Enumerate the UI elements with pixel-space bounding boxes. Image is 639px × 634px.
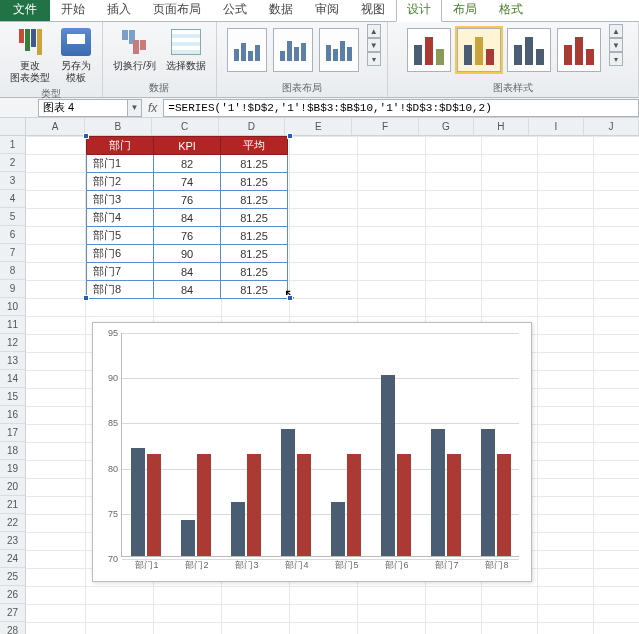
row-header[interactable]: 15 [0, 388, 25, 406]
tab-file[interactable]: 文件 [0, 0, 50, 21]
select-data-button[interactable]: 选择数据 [162, 24, 210, 74]
row-header[interactable]: 2 [0, 154, 25, 172]
layout-option-3[interactable] [319, 28, 359, 72]
style-down-button[interactable]: ▼ [609, 38, 623, 52]
cells[interactable]: 部门KPI平均部门18281.25部门27481.25部门37681.25部门4… [26, 136, 639, 634]
table-cell[interactable]: 74 [154, 173, 221, 191]
row-header[interactable]: 20 [0, 478, 25, 496]
row-header[interactable]: 5 [0, 208, 25, 226]
table-cell[interactable]: 部门6 [87, 245, 154, 263]
row-header[interactable]: 4 [0, 190, 25, 208]
row-header[interactable]: 1 [0, 136, 25, 154]
row-header[interactable]: 19 [0, 460, 25, 478]
bar[interactable] [281, 429, 295, 556]
col-header[interactable]: C [152, 118, 219, 135]
table-cell[interactable]: 81.25 [221, 245, 288, 263]
tab-格式[interactable]: 格式 [488, 0, 534, 21]
tab-开始[interactable]: 开始 [50, 0, 96, 21]
row-header[interactable]: 9 [0, 280, 25, 298]
name-box[interactable] [38, 99, 128, 117]
col-header[interactable]: A [26, 118, 85, 135]
bar[interactable] [181, 520, 195, 556]
col-header[interactable]: H [474, 118, 529, 135]
bar[interactable] [131, 448, 145, 556]
row-header[interactable]: 6 [0, 226, 25, 244]
bar[interactable] [297, 454, 311, 556]
style-more-button[interactable]: ▾ [609, 52, 623, 66]
row-header[interactable]: 18 [0, 442, 25, 460]
table-cell[interactable]: 76 [154, 191, 221, 209]
col-header[interactable]: D [219, 118, 286, 135]
tab-视图[interactable]: 视图 [350, 0, 396, 21]
tab-公式[interactable]: 公式 [212, 0, 258, 21]
style-gallery[interactable] [403, 24, 605, 76]
row-header[interactable]: 23 [0, 532, 25, 550]
bar[interactable] [147, 454, 161, 556]
selection-handle[interactable] [83, 133, 89, 139]
selection-handle[interactable] [287, 133, 293, 139]
row-header[interactable]: 14 [0, 370, 25, 388]
row-header[interactable]: 24 [0, 550, 25, 568]
table-cell[interactable]: 81.25 [221, 155, 288, 173]
style-option-1[interactable] [407, 28, 451, 72]
table-cell[interactable]: 90 [154, 245, 221, 263]
table-cell[interactable]: 84 [154, 209, 221, 227]
row-header[interactable]: 25 [0, 568, 25, 586]
bar[interactable] [197, 454, 211, 556]
bar[interactable] [397, 454, 411, 556]
style-option-4[interactable] [557, 28, 601, 72]
selection-handle[interactable] [83, 295, 89, 301]
row-header[interactable]: 12 [0, 334, 25, 352]
row-header[interactable]: 17 [0, 424, 25, 442]
table-cell[interactable]: 部门2 [87, 173, 154, 191]
col-header[interactable]: G [419, 118, 474, 135]
table-cell[interactable]: 81.25 [221, 173, 288, 191]
col-header[interactable]: B [85, 118, 152, 135]
plot-area[interactable]: 707580859095部门1部门2部门3部门4部门5部门6部门7部门8 [121, 333, 519, 557]
col-header[interactable]: F [352, 118, 419, 135]
row-header[interactable]: 8 [0, 262, 25, 280]
table-cell[interactable]: 部门8 [87, 281, 154, 299]
table-cell[interactable]: 部门4 [87, 209, 154, 227]
col-header[interactable]: I [529, 118, 584, 135]
row-header[interactable]: 13 [0, 352, 25, 370]
row-header[interactable]: 21 [0, 496, 25, 514]
tab-审阅[interactable]: 审阅 [304, 0, 350, 21]
table-cell[interactable]: 81.25 [221, 227, 288, 245]
tab-布局[interactable]: 布局 [442, 0, 488, 21]
table-cell[interactable]: 84 [154, 263, 221, 281]
col-header[interactable]: E [285, 118, 352, 135]
row-header[interactable]: 26 [0, 586, 25, 604]
style-up-button[interactable]: ▲ [609, 24, 623, 38]
table-cell[interactable]: 部门3 [87, 191, 154, 209]
formula-bar[interactable] [163, 99, 639, 117]
table-cell[interactable]: 81.25 [221, 263, 288, 281]
col-header[interactable]: J [584, 118, 639, 135]
name-box-dropdown[interactable]: ▼ [128, 99, 142, 117]
layout-option-2[interactable] [273, 28, 313, 72]
row-header[interactable]: 10 [0, 298, 25, 316]
style-option-2[interactable] [457, 28, 501, 72]
table-cell[interactable]: 76 [154, 227, 221, 245]
row-header[interactable]: 3 [0, 172, 25, 190]
table-cell[interactable]: 81.25 [221, 191, 288, 209]
selection-handle[interactable] [287, 295, 293, 301]
table-cell[interactable]: 部门5 [87, 227, 154, 245]
bar[interactable] [247, 454, 261, 556]
switch-row-col-button[interactable]: 切换行/列 [109, 24, 160, 74]
bar[interactable] [381, 375, 395, 556]
tab-页面布局[interactable]: 页面布局 [142, 0, 212, 21]
tab-插入[interactable]: 插入 [96, 0, 142, 21]
table-cell[interactable]: 82 [154, 155, 221, 173]
table-cell[interactable]: 81.25 [221, 209, 288, 227]
select-all-corner[interactable] [0, 118, 25, 136]
row-header[interactable]: 22 [0, 514, 25, 532]
table-cell[interactable]: 81.25 [221, 281, 288, 299]
bar[interactable] [497, 454, 511, 556]
tab-数据[interactable]: 数据 [258, 0, 304, 21]
table-cell[interactable]: 部门7 [87, 263, 154, 281]
style-option-3[interactable] [507, 28, 551, 72]
tab-设计[interactable]: 设计 [396, 0, 442, 22]
embedded-chart[interactable]: 707580859095部门1部门2部门3部门4部门5部门6部门7部门8 [92, 322, 532, 582]
layout-option-1[interactable] [227, 28, 267, 72]
